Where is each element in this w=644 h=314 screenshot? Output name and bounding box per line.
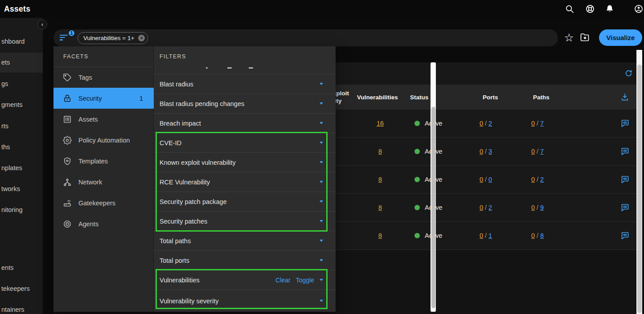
dropdown-scrollbar[interactable] (431, 62, 436, 312)
vulnerabilities-link[interactable]: 8 (371, 176, 389, 183)
chevron-down-icon[interactable] (320, 200, 323, 203)
vulnerabilities-link[interactable]: 8 (371, 232, 389, 239)
clear-link[interactable]: Clear (275, 277, 290, 284)
favorite-star-icon[interactable]: ☆ (564, 32, 574, 43)
paths-open-link[interactable]: 0 (531, 204, 535, 211)
sidebar-item-tags[interactable]: gs (1, 79, 8, 88)
chevron-down-icon[interactable] (320, 220, 323, 222)
ports-cell: 0/1 (480, 232, 492, 239)
chevron-down-icon[interactable] (320, 122, 323, 124)
paths-open-link[interactable]: 0 (531, 232, 535, 239)
ports-total-link[interactable]: 3 (488, 148, 492, 155)
filter-count-badge: 1 (68, 29, 75, 37)
paths-open-link[interactable]: 0 (531, 148, 535, 155)
paths-total-link[interactable]: 8 (540, 232, 544, 239)
paths-total-link[interactable]: 2 (540, 176, 544, 183)
window-scrollbar-thumb[interactable] (637, 65, 642, 313)
chevron-down-icon[interactable] (320, 259, 323, 261)
slash-separator: / (537, 120, 538, 127)
sidebar-item-networks[interactable]: tworks (1, 184, 20, 193)
chevron-down-icon[interactable] (320, 102, 323, 105)
chevron-down-icon[interactable] (320, 300, 323, 302)
paths-open-link[interactable]: 0 (531, 120, 535, 127)
ports-total-link[interactable]: 1 (488, 232, 492, 239)
window-scrollbar[interactable] (636, 50, 642, 314)
sidebar-collapse-button[interactable]: ‹ (37, 20, 47, 29)
paths-total-link[interactable]: 7 (540, 148, 544, 155)
query-bar[interactable]: 1 Vulnerabilities = 1+ × (53, 29, 558, 46)
filter-item-security-patches[interactable]: Security patches (154, 211, 336, 231)
ports-open-link[interactable]: 0 (480, 232, 483, 239)
filter-item-breach-impact[interactable]: Breach impact (154, 113, 336, 133)
paths-open-link[interactable]: 0 (531, 176, 535, 183)
sidebar-item-reports[interactable]: rts (1, 122, 8, 130)
comment-icon[interactable] (620, 231, 630, 241)
status-cell: Active (414, 148, 443, 155)
ports-open-link[interactable]: 0 (480, 204, 483, 211)
sidebar-item-templates[interactable]: nplates (1, 163, 22, 172)
filter-item-blast-radius-pending-changes[interactable]: Blast radius pending changes (154, 94, 336, 113)
help-lifebuoy-icon[interactable] (585, 4, 595, 14)
ports-total-link[interactable]: 2 (488, 204, 492, 211)
search-icon[interactable] (565, 4, 574, 14)
visualize-button[interactable]: Visualize (599, 29, 642, 46)
sidebar-item-agents[interactable]: ents (1, 263, 13, 272)
download-icon[interactable] (620, 93, 629, 102)
chevron-down-icon[interactable] (320, 161, 323, 163)
dropdown-scrollbar-thumb[interactable] (431, 107, 435, 308)
chevron-down-icon[interactable] (320, 181, 323, 183)
profile-icon[interactable] (634, 4, 644, 14)
chevron-down-icon[interactable] (320, 83, 323, 85)
chevron-down-icon[interactable] (320, 142, 323, 144)
sidebar-item-dashboard[interactable]: shboard (1, 37, 25, 46)
refresh-icon[interactable] (624, 69, 633, 77)
vulnerabilities-link[interactable]: 16 (371, 120, 389, 127)
vulnerabilities-link[interactable]: 8 (371, 204, 389, 211)
facet-item-security[interactable]: Security 1 (53, 88, 154, 109)
ports-total-link[interactable]: 2 (488, 120, 492, 127)
clipped-scrolled-row (154, 64, 330, 74)
facet-item-assets[interactable]: Assets (53, 109, 154, 130)
sidebar-item-assets[interactable]: ets (1, 58, 10, 67)
filter-item-security-patch-package[interactable]: Security patch package (154, 192, 336, 211)
facet-item-tags[interactable]: Tags (53, 67, 154, 88)
filter-item-vulnerabilities[interactable]: Vulnerabilities Clear Toggle (154, 270, 336, 290)
sidebar-item-gatekeepers[interactable]: tekeepers (1, 284, 30, 293)
paths-total-link[interactable]: 7 (540, 120, 544, 127)
ports-open-link[interactable]: 0 (480, 176, 483, 183)
sidebar-item-monitoring[interactable]: nitoring (1, 205, 23, 214)
filter-item-total-paths[interactable]: Total paths (154, 231, 336, 250)
filter-icon[interactable]: 1 (60, 33, 71, 42)
vulnerabilities-link[interactable]: 8 (371, 148, 389, 155)
chip-remove-icon[interactable]: × (138, 35, 145, 41)
paths-total-link[interactable]: 9 (540, 204, 544, 211)
facet-item-policy-automation[interactable]: Policy Automation (53, 130, 154, 151)
comment-icon[interactable] (620, 119, 630, 128)
facet-item-network[interactable]: Network (53, 171, 154, 192)
chevron-down-icon[interactable] (320, 279, 323, 281)
saved-queries-folder-icon[interactable] (579, 32, 590, 43)
status-cell: Active (414, 176, 443, 183)
comment-icon[interactable] (620, 147, 630, 156)
comment-icon[interactable] (620, 175, 630, 184)
facet-item-gatekeepers[interactable]: Gatekeepers (53, 192, 154, 213)
filter-chip[interactable]: Vulnerabilities = 1+ × (78, 32, 148, 44)
chevron-down-icon[interactable] (320, 240, 323, 242)
sidebar-item-containers[interactable]: ntainers (1, 305, 25, 314)
filter-item-blast-radius[interactable]: Blast radius (154, 74, 336, 94)
ports-open-link[interactable]: 0 (480, 148, 483, 155)
notifications-bell-icon[interactable] (605, 4, 615, 14)
facet-item-templates[interactable]: Templates (53, 151, 154, 171)
toggle-link[interactable]: Toggle (296, 277, 314, 284)
sidebar-item-paths[interactable]: ths (1, 143, 10, 151)
sidebar-item-segments[interactable]: gments (1, 100, 23, 109)
facet-item-agents[interactable]: Agents (53, 213, 154, 234)
filter-item-cve-id[interactable]: CVE-ID (154, 133, 336, 152)
filter-item-known-exploit-vulnerability[interactable]: Known exploit vulnerability (154, 152, 336, 172)
filter-item-rce-vulnerability[interactable]: RCE Vulnerability (154, 172, 336, 192)
ports-open-link[interactable]: 0 (480, 120, 483, 127)
filter-item-total-ports[interactable]: Total ports (154, 250, 336, 270)
filter-item-vulnerability-severity[interactable]: Vulnerability severity (154, 290, 336, 312)
comment-icon[interactable] (620, 203, 630, 212)
ports-total-link[interactable]: 0 (488, 176, 492, 183)
